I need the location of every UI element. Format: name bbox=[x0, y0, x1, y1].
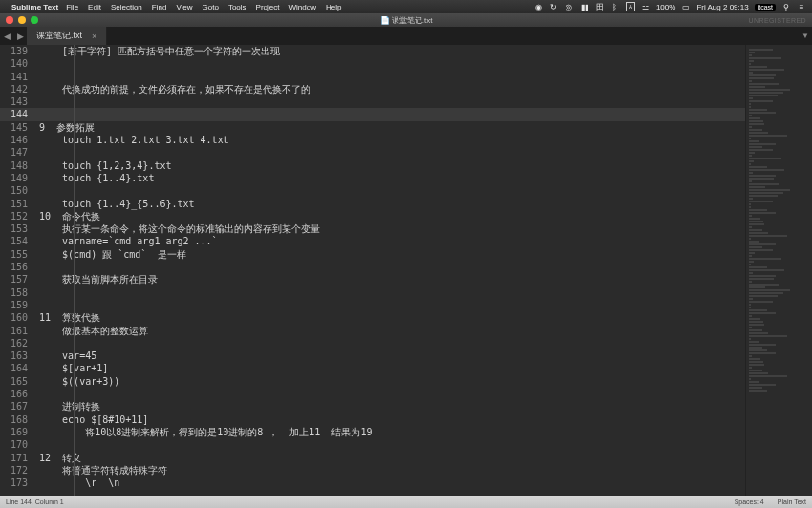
code-line[interactable] bbox=[33, 299, 745, 311]
code-line[interactable]: \r \n bbox=[33, 476, 745, 489]
notification-icon[interactable]: ≡ bbox=[797, 2, 806, 11]
menu-tools[interactable]: Tools bbox=[228, 3, 246, 11]
status-wifi-icon[interactable]: ⚍ bbox=[641, 2, 651, 11]
menu-goto[interactable]: Goto bbox=[203, 3, 219, 11]
status-position[interactable]: Line 144, Column 1 bbox=[6, 498, 64, 505]
status-bluetooth-icon[interactable]: ᛒ bbox=[610, 2, 620, 11]
minimap[interactable] bbox=[745, 45, 812, 496]
gutter[interactable]: 1391401411421431441451461471481491501511… bbox=[0, 45, 33, 496]
code-line[interactable]: var=45 bbox=[33, 349, 745, 362]
status-grid-icon[interactable]: 田 bbox=[595, 2, 605, 11]
line-number[interactable]: 142 bbox=[0, 83, 33, 95]
status-circle-icon[interactable]: ◎ bbox=[565, 2, 574, 11]
code-pane[interactable]: [若干字符] 匹配方括号中任意一个字符的一次出现 代换成功的前提，文件必须存在，… bbox=[33, 45, 745, 496]
line-number[interactable]: 168 bbox=[0, 413, 33, 426]
code-line[interactable]: 10 命令代换 bbox=[33, 210, 745, 222]
code-line[interactable]: touch {1,2,3,4}.txt bbox=[33, 159, 745, 172]
code-line[interactable] bbox=[33, 184, 745, 197]
menu-selection[interactable]: Selection bbox=[111, 3, 142, 11]
line-number[interactable]: 150 bbox=[0, 184, 33, 197]
status-pause-icon[interactable]: ▮▮ bbox=[580, 2, 589, 11]
status-clock[interactable]: Fri Aug 2 09:13 bbox=[696, 3, 748, 11]
code-line[interactable]: touch {1..4}.txt bbox=[33, 172, 745, 184]
status-input-icon[interactable]: A bbox=[626, 2, 635, 11]
line-number[interactable]: 153 bbox=[0, 222, 33, 235]
tab-close-icon[interactable]: × bbox=[92, 32, 96, 41]
code-line[interactable]: 11 算数代换 bbox=[33, 311, 745, 324]
line-number[interactable]: 140 bbox=[0, 57, 33, 70]
menu-project[interactable]: Project bbox=[256, 3, 280, 11]
status-user[interactable]: itcast bbox=[755, 4, 776, 11]
battery-icon[interactable]: ▭ bbox=[681, 2, 691, 11]
code-line[interactable] bbox=[33, 57, 745, 70]
code-line[interactable]: 获取当前脚本所在目录 bbox=[33, 273, 745, 286]
window-titlebar[interactable]: 📄 课堂笔记.txt UNREGISTERED bbox=[0, 13, 812, 27]
menu-window[interactable]: Window bbox=[289, 3, 316, 11]
code-line[interactable]: [若干字符] 匹配方括号中任意一个字符的一次出现 bbox=[33, 45, 745, 57]
window-close-button[interactable] bbox=[6, 16, 13, 24]
line-number[interactable]: 162 bbox=[0, 337, 33, 349]
line-number[interactable]: 160 bbox=[0, 311, 33, 324]
line-number[interactable]: 165 bbox=[0, 375, 33, 388]
line-number[interactable]: 157 bbox=[0, 273, 33, 286]
code-line[interactable] bbox=[33, 337, 745, 349]
status-record-icon[interactable]: ◉ bbox=[534, 2, 544, 11]
line-number[interactable]: 171 bbox=[0, 452, 33, 464]
code-line[interactable]: 做最基本的整数运算 bbox=[33, 325, 745, 337]
line-number[interactable]: 155 bbox=[0, 248, 33, 261]
code-line[interactable]: touch 1.txt 2.txt 3.txt 4.txt bbox=[33, 134, 745, 146]
menu-file[interactable]: File bbox=[66, 3, 78, 11]
code-line[interactable] bbox=[33, 146, 745, 159]
code-line[interactable]: 9 参数拓展 bbox=[33, 121, 745, 134]
line-number[interactable]: 158 bbox=[0, 286, 33, 299]
code-line[interactable]: echo $[8#10+11] bbox=[33, 413, 745, 426]
line-number[interactable]: 149 bbox=[0, 172, 33, 184]
line-number[interactable]: 163 bbox=[0, 349, 33, 362]
line-number[interactable]: 167 bbox=[0, 400, 33, 413]
window-maximize-button[interactable] bbox=[31, 16, 38, 24]
status-sync-icon[interactable]: ↻ bbox=[549, 2, 559, 11]
code-line[interactable]: 执行某一条命令，将这个命令的标准输出的内容存到某个变量 bbox=[33, 222, 745, 235]
status-spaces[interactable]: Spaces: 4 bbox=[735, 498, 764, 505]
line-number[interactable]: 170 bbox=[0, 438, 33, 451]
spotlight-icon[interactable]: ⚲ bbox=[781, 2, 791, 11]
line-number[interactable]: 173 bbox=[0, 476, 33, 489]
code-line[interactable] bbox=[33, 388, 745, 400]
line-number[interactable]: 169 bbox=[0, 426, 33, 438]
code-line[interactable]: varname=`cmd arg1 arg2 ...` bbox=[33, 235, 745, 247]
line-number[interactable]: 172 bbox=[0, 464, 33, 476]
line-number[interactable]: 161 bbox=[0, 325, 33, 337]
status-syntax[interactable]: Plain Text bbox=[778, 498, 806, 505]
code-line[interactable]: 将普通字符转成特殊字符 bbox=[33, 464, 745, 476]
nav-forward-button[interactable]: ▶ bbox=[13, 27, 27, 45]
menu-edit[interactable]: Edit bbox=[88, 3, 101, 11]
line-number[interactable]: 147 bbox=[0, 146, 33, 159]
code-line[interactable]: $[var+1] bbox=[33, 362, 745, 374]
line-number[interactable]: 148 bbox=[0, 159, 33, 172]
code-line[interactable]: 进制转换 bbox=[33, 400, 745, 413]
tab-dropdown-icon[interactable]: ▼ bbox=[799, 27, 812, 45]
line-number[interactable]: 154 bbox=[0, 235, 33, 247]
code-line[interactable] bbox=[33, 286, 745, 299]
menu-view[interactable]: View bbox=[176, 3, 192, 11]
line-number[interactable]: 164 bbox=[0, 362, 33, 374]
code-line[interactable] bbox=[33, 108, 745, 120]
code-line[interactable]: 将10以8进制来解析，得到的是10进制的8 ， 加上11 结果为19 bbox=[33, 426, 745, 438]
code-line[interactable]: touch {1..4}_{5..6}.txt bbox=[33, 198, 745, 210]
menu-find[interactable]: Find bbox=[152, 3, 167, 11]
line-number[interactable]: 152 bbox=[0, 210, 33, 222]
line-number[interactable]: 141 bbox=[0, 71, 33, 83]
nav-back-button[interactable]: ◀ bbox=[0, 27, 13, 45]
line-number[interactable]: 159 bbox=[0, 299, 33, 311]
line-number[interactable]: 166 bbox=[0, 388, 33, 400]
code-line[interactable]: $((var+3)) bbox=[33, 375, 745, 388]
window-minimize-button[interactable] bbox=[18, 16, 26, 24]
code-line[interactable]: 12 转义 bbox=[33, 452, 745, 464]
menu-help[interactable]: Help bbox=[326, 3, 341, 11]
code-line[interactable] bbox=[33, 261, 745, 273]
code-line[interactable] bbox=[33, 95, 745, 108]
code-line[interactable]: $(cmd) 跟 `cmd` 是一样 bbox=[33, 248, 745, 261]
code-line[interactable] bbox=[33, 71, 745, 83]
line-number[interactable]: 151 bbox=[0, 198, 33, 210]
line-number[interactable]: 145 bbox=[0, 121, 33, 134]
